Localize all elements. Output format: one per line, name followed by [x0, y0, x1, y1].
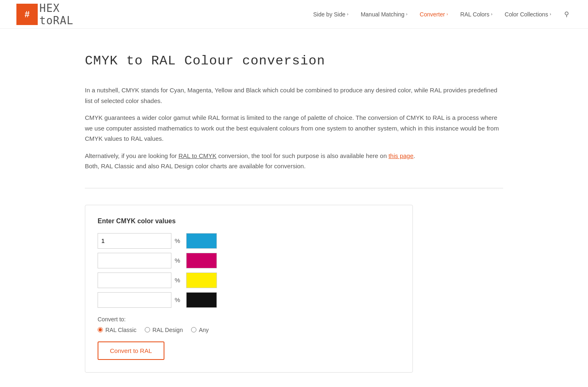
convert-button[interactable]: Convert to RAL — [98, 341, 164, 360]
yellow-percent: % — [175, 277, 183, 284]
ral-design-option[interactable]: RAL Design — [145, 327, 183, 333]
nav-ral-colors[interactable]: RAL Colors › — [455, 8, 497, 21]
yellow-input[interactable] — [98, 273, 171, 288]
ral-classic-label: RAL Classic — [105, 327, 137, 333]
black-swatch — [186, 292, 217, 308]
any-label: Any — [199, 327, 209, 333]
main-nav: Side by Side › Manual Matching › Convert… — [308, 8, 572, 21]
magenta-row: % — [98, 253, 400, 268]
chevron-down-icon: › — [406, 12, 407, 16]
header: # HEXtoRAL Side by Side › Manual Matchin… — [0, 0, 588, 29]
logo-icon: # — [16, 4, 38, 25]
yellow-row: % — [98, 273, 400, 288]
nav-converter[interactable]: Converter › — [415, 8, 453, 21]
radio-group: RAL Classic RAL Design Any — [98, 327, 400, 333]
logo-hash: # — [25, 9, 30, 20]
description-3-pre: Alternatively, if you are looking for — [85, 152, 178, 159]
description-3: Alternatively, if you are looking for RA… — [85, 151, 503, 172]
chevron-down-icon: › — [491, 12, 492, 16]
cyan-percent: % — [175, 237, 183, 244]
nav-color-collections[interactable]: Color Collections › — [500, 8, 556, 21]
nav-side-by-side[interactable]: Side by Side › — [308, 8, 353, 21]
description-3-mid: conversion, the tool for such purpose is… — [217, 152, 388, 159]
nav-manual-matching[interactable]: Manual Matching › — [356, 8, 413, 21]
main-content: CMYK to RAL Colour conversion In a nutsh… — [68, 29, 520, 387]
magenta-swatch — [186, 253, 217, 268]
chevron-down-icon: › — [447, 12, 448, 16]
logo-text: HEXtoRAL — [39, 2, 73, 27]
converter-box: Enter CMYK color values % % % % Convert — [85, 205, 413, 373]
description-4: Both, RAL Classic and also RAL Design co… — [85, 163, 305, 169]
magenta-percent: % — [175, 257, 183, 264]
convert-to-label: Convert to: — [98, 316, 400, 323]
search-icon[interactable]: ⚲ — [562, 9, 572, 19]
ral-design-label: RAL Design — [153, 327, 183, 333]
cyan-row: % — [98, 233, 400, 249]
ral-classic-option[interactable]: RAL Classic — [98, 327, 137, 333]
any-radio[interactable] — [191, 327, 196, 332]
black-row: % — [98, 292, 400, 308]
description-3-post: . — [413, 152, 415, 159]
black-percent: % — [175, 296, 183, 303]
this-page-link[interactable]: this page — [388, 152, 413, 159]
yellow-swatch — [186, 273, 217, 288]
description-2: CMYK guarantees a wider color gamut whil… — [85, 112, 503, 144]
description-1: In a nutshell, CMYK stands for Cyan, Mag… — [85, 85, 503, 106]
ral-classic-radio[interactable] — [98, 327, 103, 332]
magenta-input[interactable] — [98, 253, 171, 268]
logo[interactable]: # HEXtoRAL — [16, 2, 73, 27]
ral-to-cmyk-link[interactable]: RAL to CMYK — [178, 152, 217, 159]
converter-title: Enter CMYK color values — [98, 218, 400, 225]
cyan-swatch — [186, 233, 217, 249]
cyan-input[interactable] — [98, 233, 171, 249]
any-option[interactable]: Any — [191, 327, 209, 333]
black-input[interactable] — [98, 292, 171, 308]
divider — [85, 188, 503, 188]
chevron-down-icon: › — [550, 12, 551, 16]
page-title: CMYK to RAL Colour conversion — [85, 53, 503, 69]
chevron-down-icon: › — [347, 12, 348, 16]
convert-to-section: Convert to: RAL Classic RAL Design Any — [98, 316, 400, 333]
ral-design-radio[interactable] — [145, 327, 150, 332]
